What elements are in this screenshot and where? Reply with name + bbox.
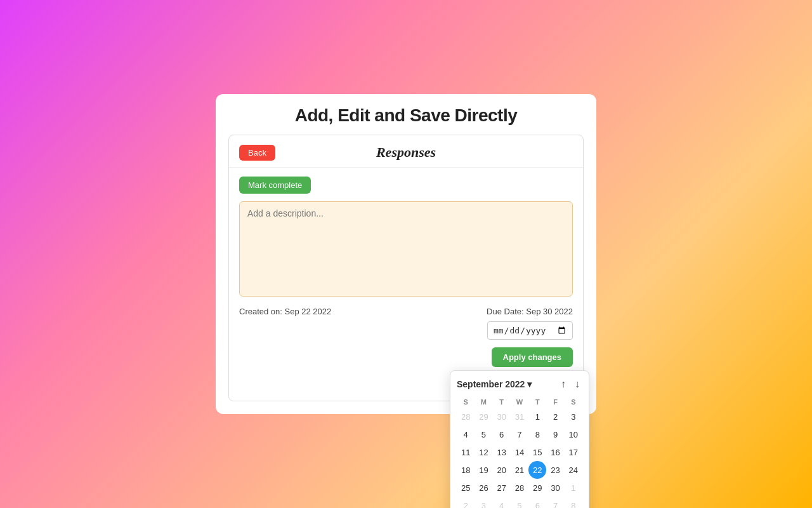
day-header-m: M (475, 396, 492, 408)
day-header-t1: T (493, 396, 511, 408)
day-header-f: F (546, 396, 564, 408)
calendar-day-cell[interactable]: 2 (546, 408, 564, 425)
response-card: Back Responses Mark complete Created on:… (228, 135, 584, 401)
calendar-day-cell[interactable]: 13 (493, 443, 511, 461)
calendar-day-cell[interactable]: 10 (565, 425, 582, 443)
calendar-day-cell[interactable]: 20 (493, 461, 511, 479)
calendar-day-cell[interactable]: 30 (546, 479, 564, 497)
day-header-w: W (511, 396, 528, 408)
calendar-day-cell[interactable]: 7 (511, 425, 528, 443)
calendar-day-cell[interactable]: 5 (475, 425, 492, 443)
calendar-week-row: 45678910 (457, 425, 582, 443)
calendar-day-cell[interactable]: 5 (511, 497, 528, 508)
calendar-day-cell[interactable]: 31 (511, 408, 528, 425)
calendar-day-cell[interactable]: 25 (457, 479, 475, 497)
due-date-input[interactable] (487, 321, 573, 340)
mark-complete-wrapper: Mark complete (239, 177, 573, 201)
calendar-popup: September 2022 ▾ ↑ ↓ S M T W T F (450, 370, 589, 508)
calendar-day-cell[interactable]: 1 (528, 408, 546, 425)
apply-changes-button[interactable]: Apply changes (492, 347, 573, 367)
calendar-day-cell[interactable]: 28 (457, 408, 475, 425)
date-input-row (239, 321, 573, 340)
calendar-day-cell[interactable]: 8 (565, 497, 582, 508)
calendar-dropdown-icon: ▾ (527, 379, 532, 389)
calendar-month-label[interactable]: September 2022 ▾ (457, 379, 532, 389)
mark-complete-button[interactable]: Mark complete (239, 177, 311, 194)
calendar-day-cell[interactable]: 15 (528, 443, 546, 461)
calendar-day-cell[interactable]: 29 (475, 408, 492, 425)
day-header-s2: S (565, 396, 582, 408)
calendar-week-row: 2526272829301 (457, 479, 582, 497)
calendar-day-cell[interactable]: 6 (493, 425, 511, 443)
created-on-label: Created on: Sep 22 2022 (239, 307, 331, 316)
card-header: Back Responses (229, 135, 583, 168)
calendar-day-cell[interactable]: 21 (511, 461, 528, 479)
calendar-day-cell[interactable]: 11 (457, 443, 475, 461)
calendar-days-header: S M T W T F S (457, 396, 582, 408)
calendar-next-button[interactable]: ↓ (572, 377, 582, 391)
calendar-day-cell[interactable]: 2 (457, 497, 475, 508)
day-header-s1: S (457, 396, 475, 408)
description-textarea[interactable] (239, 201, 573, 297)
calendar-week-row: 18192021222324 (457, 461, 582, 479)
calendar-day-cell[interactable]: 9 (546, 425, 564, 443)
calendar-day-cell[interactable]: 18 (457, 461, 475, 479)
main-container: Add, Edit and Save Directly Back Respons… (216, 94, 596, 414)
calendar-day-cell[interactable]: 27 (493, 479, 511, 497)
calendar-grid: S M T W T F S 28293031123456789101112131… (457, 396, 582, 508)
calendar-day-cell[interactable]: 16 (546, 443, 564, 461)
day-header-t2: T (528, 396, 546, 408)
calendar-day-cell[interactable]: 30 (493, 408, 511, 425)
calendar-week-row: 28293031123 (457, 408, 582, 425)
calendar-day-cell[interactable]: 24 (565, 461, 582, 479)
calendar-week-row: 2345678 (457, 497, 582, 508)
calendar-day-cell[interactable]: 3 (475, 497, 492, 508)
calendar-day-cell[interactable]: 23 (546, 461, 564, 479)
calendar-header: September 2022 ▾ ↑ ↓ (457, 377, 582, 391)
calendar-day-cell[interactable]: 4 (493, 497, 511, 508)
back-button[interactable]: Back (239, 145, 275, 161)
calendar-day-cell[interactable]: 29 (528, 479, 546, 497)
calendar-day-cell[interactable]: 6 (528, 497, 546, 508)
page-title: Add, Edit and Save Directly (216, 94, 596, 135)
calendar-day-cell[interactable]: 22 (528, 461, 546, 479)
card-body: Mark complete Created on: Sep 22 2022 Du… (229, 168, 583, 401)
responses-title: Responses (376, 144, 436, 161)
calendar-week-row: 11121314151617 (457, 443, 582, 461)
calendar-day-cell[interactable]: 8 (528, 425, 546, 443)
calendar-day-cell[interactable]: 1 (565, 479, 582, 497)
calendar-day-cell[interactable]: 14 (511, 443, 528, 461)
calendar-prev-button[interactable]: ↑ (558, 377, 568, 391)
calendar-day-cell[interactable]: 7 (546, 497, 564, 508)
calendar-day-cell[interactable]: 17 (565, 443, 582, 461)
calendar-day-cell[interactable]: 12 (475, 443, 492, 461)
calendar-day-cell[interactable]: 4 (457, 425, 475, 443)
calendar-nav: ↑ ↓ (558, 377, 582, 391)
meta-row: Created on: Sep 22 2022 Due Date: Sep 30… (239, 307, 573, 316)
calendar-day-cell[interactable]: 28 (511, 479, 528, 497)
calendar-day-cell[interactable]: 19 (475, 461, 492, 479)
due-date-label: Due Date: Sep 30 2022 (487, 307, 573, 316)
calendar-day-cell[interactable]: 3 (565, 408, 582, 425)
calendar-day-cell[interactable]: 26 (475, 479, 492, 497)
